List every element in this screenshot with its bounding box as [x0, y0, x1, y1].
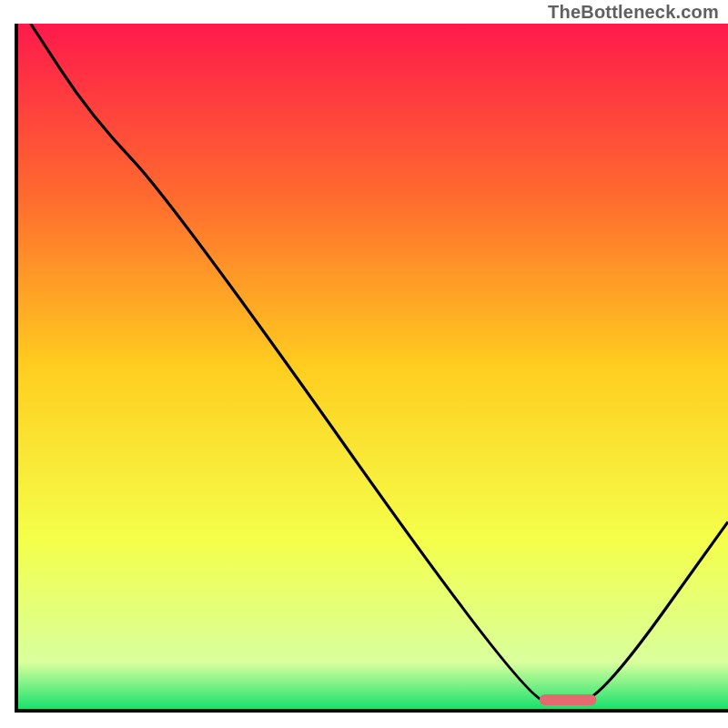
chart-svg: [0, 0, 728, 728]
attribution-text: TheBottleneck.com: [548, 2, 719, 23]
gradient-background: [16, 24, 728, 711]
chart-container: TheBottleneck.com: [0, 0, 728, 728]
optimal-marker: [540, 694, 597, 705]
plot-area: [16, 24, 728, 711]
